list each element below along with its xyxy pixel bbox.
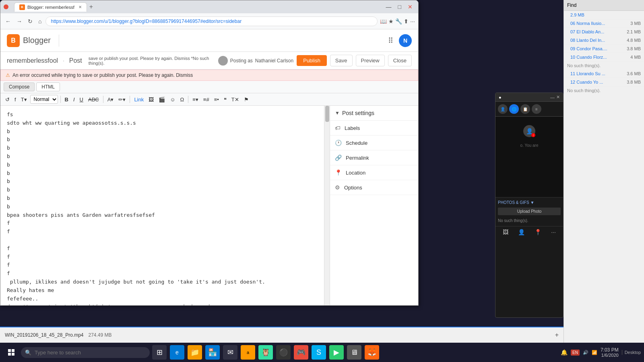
- save-button[interactable]: Save: [330, 55, 353, 66]
- edge-browser-taskbar[interactable]: e: [170, 345, 184, 360]
- user-avatar[interactable]: N: [399, 34, 412, 47]
- emoji-button[interactable]: ☺: [168, 96, 177, 103]
- store-taskbar[interactable]: 🏪: [205, 345, 220, 360]
- line-bpea: bpea shooters piss ants Garden warfatres…: [7, 211, 323, 220]
- messenger-person-icon[interactable]: 👤: [518, 229, 525, 235]
- messenger-icon-1[interactable]: 👤: [498, 104, 508, 114]
- messenger-icon-4[interactable]: ≡: [532, 104, 541, 114]
- address-input[interactable]: [45, 16, 378, 26]
- window-close-btn[interactable]: [4, 4, 8, 9]
- start-button[interactable]: [3, 344, 19, 360]
- upload-photo-button[interactable]: Upload Photo: [498, 208, 561, 215]
- home-button[interactable]: ⌂: [37, 16, 43, 26]
- preview-button[interactable]: Preview: [356, 55, 385, 66]
- numbered-list-button[interactable]: ≡#: [202, 96, 211, 103]
- firefox-taskbar[interactable]: 🦊: [365, 345, 379, 360]
- messenger-icon-2[interactable]: 🌐: [509, 104, 519, 114]
- app11-taskbar[interactable]: 🖥: [347, 345, 361, 360]
- font-color-button[interactable]: A▾: [106, 96, 116, 103]
- bookmark-icon[interactable]: ★: [388, 18, 394, 25]
- app8-taskbar[interactable]: 🎮: [294, 345, 308, 360]
- highlight-button[interactable]: ✏▾: [117, 96, 127, 103]
- strikethrough-button[interactable]: ABC: [87, 96, 101, 103]
- window-maximize-control[interactable]: □: [396, 3, 404, 11]
- window-close-control[interactable]: ✕: [405, 3, 415, 11]
- file-list-scroll[interactable]: 06 Norma Ilusio... 3 MB 07 El Diablo An.…: [564, 19, 644, 301]
- font-size-button[interactable]: T▾: [19, 96, 29, 103]
- compose-tab[interactable]: Compose: [4, 82, 35, 91]
- app7-taskbar[interactable]: ⚫: [276, 345, 291, 360]
- image-button[interactable]: 🖼: [147, 96, 155, 103]
- publish-button[interactable]: Publish: [297, 55, 327, 66]
- tools-icon[interactable]: 🔧: [395, 18, 402, 25]
- file-item-6[interactable]: 11 Llorando Su ... 3.6 MB: [564, 70, 644, 78]
- editor-scrollbar[interactable]: [324, 106, 330, 306]
- tab-close-icon[interactable]: ✕: [78, 5, 82, 9]
- permalink-item[interactable]: 🔗 Permalink: [330, 150, 418, 165]
- taskbar-search-input[interactable]: [21, 347, 150, 358]
- file-item-5[interactable]: 10 Cuando Florz... 4 MB: [564, 53, 644, 62]
- special-char-button[interactable]: Ω: [179, 96, 186, 103]
- file-item-1[interactable]: 06 Norma Ilusio... 3 MB: [564, 19, 644, 28]
- new-tab-button[interactable]: +: [88, 3, 95, 10]
- tripadvisor-icon: 🦉: [261, 348, 270, 357]
- italic-button[interactable]: I: [72, 96, 76, 103]
- skype-taskbar[interactable]: S: [312, 345, 326, 360]
- underline-button[interactable]: U: [78, 96, 85, 103]
- messenger-minimize[interactable]: —: [550, 95, 555, 100]
- forward-button[interactable]: →: [15, 16, 24, 26]
- mail-taskbar[interactable]: ✉: [223, 345, 237, 360]
- align-button[interactable]: ≡▾: [191, 96, 200, 103]
- messenger-photo-icon[interactable]: 🖼: [503, 229, 508, 235]
- reader-view-icon[interactable]: 📖: [380, 18, 387, 25]
- font-button[interactable]: f: [13, 96, 18, 103]
- editor-content-area[interactable]: fs sdto wht ww quarting we apeaossotss.s…: [0, 106, 330, 306]
- close-button[interactable]: Close: [388, 55, 412, 66]
- more-options-button[interactable]: ⚑: [242, 96, 250, 103]
- window-minimize-control[interactable]: —: [384, 3, 394, 11]
- messenger-content-area: 👤 ! o. You are: [495, 117, 563, 197]
- back-button[interactable]: ←: [4, 16, 12, 26]
- file-item-2[interactable]: 07 El Diablo An... 2.1 MB: [564, 28, 644, 36]
- bullet-list-button[interactable]: ≡•: [213, 96, 221, 103]
- file-item-3[interactable]: 08 Llanto Del In... 4.8 MB: [564, 36, 644, 45]
- active-tab[interactable]: B Blogger: rememberlessf ✕: [14, 2, 87, 12]
- messenger-close[interactable]: ✕: [556, 95, 560, 100]
- desktop-label[interactable]: Desktop: [622, 350, 641, 355]
- messenger-more-icon[interactable]: ···: [551, 229, 556, 235]
- html-tab[interactable]: HTML: [36, 82, 60, 91]
- video-button[interactable]: 🎬: [157, 96, 167, 103]
- more-icon[interactable]: ···: [410, 18, 415, 25]
- messenger-location-icon[interactable]: 📍: [535, 229, 541, 235]
- amazon-taskbar[interactable]: a: [241, 345, 255, 360]
- google-apps-icon[interactable]: ⠿: [386, 34, 396, 47]
- clear-format-button[interactable]: T✕: [230, 96, 241, 103]
- schedule-item[interactable]: 🕐 Schedule: [330, 136, 418, 150]
- link-button[interactable]: Link: [132, 96, 145, 103]
- share-icon[interactable]: ⬆: [404, 18, 409, 25]
- folder-icon: 📁: [190, 348, 199, 357]
- bold-button[interactable]: B: [63, 96, 70, 103]
- taskbar-search-wrapper[interactable]: 🔍: [21, 347, 150, 358]
- file-size-header-item[interactable]: 2.9 MB: [564, 11, 644, 19]
- scrollbar-thumb[interactable]: [325, 106, 329, 122]
- refresh-button[interactable]: ↻: [26, 16, 34, 26]
- undo-button[interactable]: ↺: [4, 96, 11, 103]
- volume-icon[interactable]: 🔊: [583, 350, 588, 355]
- network-icon[interactable]: 📶: [592, 350, 597, 355]
- labels-item[interactable]: 🏷 Labels: [330, 121, 418, 136]
- taskbar-notification-icon[interactable]: 🔔: [561, 349, 568, 356]
- messenger-icon-3[interactable]: 📋: [520, 104, 530, 114]
- explorer-taskbar[interactable]: 📁: [188, 345, 202, 360]
- location-item[interactable]: 📍 Location: [330, 165, 418, 180]
- options-item[interactable]: ⚙ Options: [330, 180, 418, 195]
- file-item-4[interactable]: 09 Condor Pasa.... 3.8 MB: [564, 45, 644, 53]
- download-more-button[interactable]: +: [555, 331, 559, 339]
- tripadvisor-taskbar[interactable]: 🦉: [258, 345, 273, 360]
- format-select[interactable]: Normal: [30, 95, 58, 104]
- file-item-7[interactable]: 12 Cuando Yo ... 3.8 MB: [564, 78, 644, 86]
- app10-taskbar[interactable]: ▶: [329, 345, 344, 360]
- taskbar-language[interactable]: EN: [571, 350, 580, 356]
- quote-button[interactable]: ❝: [222, 96, 228, 103]
- taskview-button[interactable]: ⊞: [152, 345, 167, 360]
